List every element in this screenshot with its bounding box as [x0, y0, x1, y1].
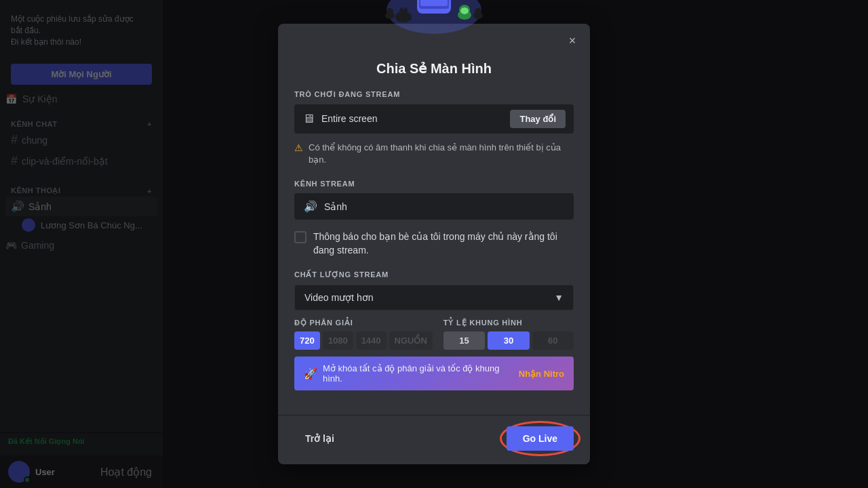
quality-value: Video mượt hơn — [304, 292, 373, 303]
resolution-720-btn[interactable]: 720 — [294, 331, 320, 350]
screen-section-label: TRÒ CHƠI ĐANG STREAM — [294, 90, 574, 99]
speaker-icon: 🔊 — [304, 200, 317, 213]
fps-30-btn[interactable]: 30 — [488, 331, 529, 350]
nitro-link[interactable]: Nhận Nitro — [519, 369, 564, 379]
modal-title: Chia Sẻ Màn Hình — [294, 60, 574, 77]
modal-illustration: ✦ ✦ ✧ — [380, 0, 488, 34]
nitro-text: Mở khóa tất cả độ phân giải và tốc độ kh… — [323, 363, 513, 384]
resolution-fps-row: ĐỘ PHÂN GIẢI 720 1080 1440 NGUỒN TỶ LỆ K… — [294, 319, 574, 350]
svg-point-16 — [387, 8, 393, 15]
warning-text: Có thể không có âm thanh khi chia sẻ màn… — [309, 142, 574, 166]
resolution-label: ĐỘ PHÂN GIẢI — [294, 319, 433, 327]
modal-overlay: ✦ ✦ ✧ — [0, 0, 868, 488]
quality-section-label: CHẤT LƯỢNG STREAM — [294, 270, 574, 279]
go-live-button[interactable]: Go Live — [507, 426, 574, 451]
modal-footer: Trở lại Go Live — [278, 415, 590, 464]
fps-btn-group: 15 30 60 — [443, 331, 574, 350]
fps-15-btn[interactable]: 15 — [443, 331, 485, 350]
channel-row: 🔊 Sảnh — [294, 193, 574, 220]
change-screen-button[interactable]: Thay đổi — [510, 110, 566, 128]
resolution-1440-btn[interactable]: 1440 — [356, 331, 387, 350]
svg-rect-18 — [420, 0, 448, 6]
resolution-btn-group: 720 1080 1440 NGUỒN — [294, 331, 433, 350]
screen-value: Entire screen — [321, 113, 377, 124]
fps-60-btn[interactable]: 60 — [532, 331, 574, 350]
modal-content: × Chia Sẻ Màn Hình TRÒ CHƠI ĐANG STREAM … — [278, 44, 590, 415]
illustration-svg — [380, 0, 488, 34]
nitro-icon: 🚀 — [304, 367, 317, 380]
warning-row: ⚠ Có thể không có âm thanh khi chia sẻ m… — [294, 139, 574, 169]
screen-select-left: 🖥 Entire screen — [302, 112, 377, 126]
close-button[interactable]: × — [563, 32, 582, 51]
checkbox-label: Thông báo cho bạn bè của tôi trong máy c… — [313, 230, 574, 257]
nitro-banner: 🚀 Mở khóa tất cả độ phân giải và tốc độ … — [294, 357, 574, 390]
share-screen-modal: ✦ ✦ ✧ — [278, 24, 590, 465]
quality-dropdown[interactable]: Video mượt hơn ▼ — [294, 285, 574, 310]
notify-checkbox[interactable] — [294, 231, 307, 243]
chevron-down-icon: ▼ — [554, 292, 564, 303]
monitor-icon: 🖥 — [302, 112, 315, 126]
back-button[interactable]: Trở lại — [294, 428, 345, 449]
fps-group: TỶ LỆ KHUNG HÌNH 15 30 60 — [443, 319, 574, 350]
warning-icon: ⚠ — [294, 142, 303, 153]
resolution-1080-btn[interactable]: 1080 — [323, 331, 353, 350]
svg-point-7 — [395, 12, 412, 22]
svg-point-14 — [475, 8, 481, 15]
channel-section-label: KÊNH STREAM — [294, 180, 574, 188]
go-live-wrapper: Go Live — [507, 426, 574, 451]
resolution-group: ĐỘ PHÂN GIẢI 720 1080 1440 NGUỒN — [294, 319, 433, 350]
fps-label: TỶ LỆ KHUNG HÌNH — [443, 319, 574, 327]
checkbox-row: Thông báo cho bạn bè của tôi trong máy c… — [294, 230, 574, 257]
screen-select-row: 🖥 Entire screen Thay đổi — [294, 104, 574, 134]
svg-point-12 — [460, 7, 469, 14]
channel-value: Sảnh — [324, 201, 347, 212]
resolution-source-btn[interactable]: NGUỒN — [389, 331, 433, 350]
quality-section: CHẤT LƯỢNG STREAM Video mượt hơn ▼ ĐỘ PH… — [294, 270, 574, 390]
